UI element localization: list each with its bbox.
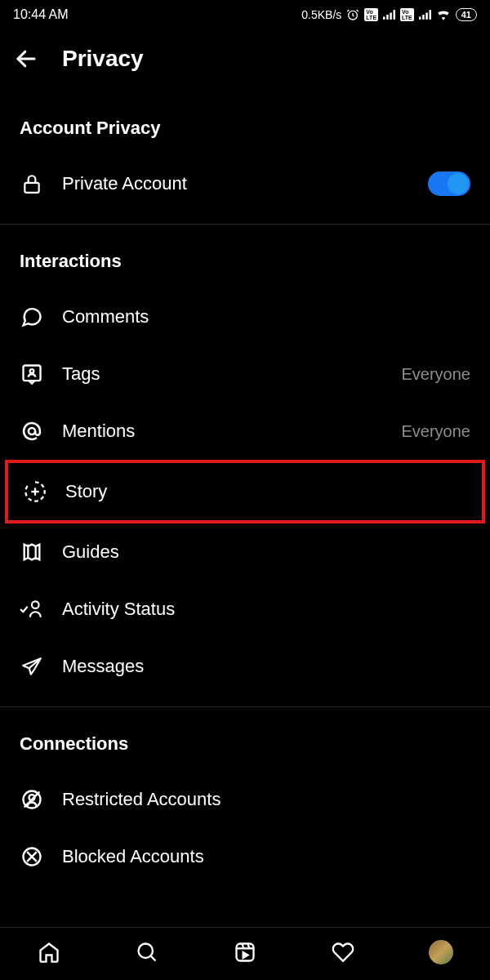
nav-search[interactable] xyxy=(134,939,160,965)
row-activity-status[interactable]: Activity Status xyxy=(20,581,470,638)
row-comments[interactable]: Comments xyxy=(20,288,470,345)
svg-rect-6 xyxy=(422,15,425,20)
status-time: 10:44 AM xyxy=(13,7,69,22)
story-label: Story xyxy=(65,481,467,502)
row-messages[interactable]: Messages xyxy=(20,638,470,695)
tag-icon xyxy=(20,362,44,386)
nav-reels[interactable] xyxy=(232,939,258,965)
back-button[interactable] xyxy=(13,46,39,72)
nav-home[interactable] xyxy=(36,939,62,965)
row-restricted[interactable]: Restricted Accounts xyxy=(20,771,470,828)
svg-rect-10 xyxy=(24,183,38,193)
blocked-icon xyxy=(20,844,44,869)
restricted-label: Restricted Accounts xyxy=(62,789,470,810)
mentions-label: Mentions xyxy=(62,421,384,442)
section-account-privacy: Account Privacy Private Account xyxy=(0,91,490,212)
page-header: Privacy xyxy=(0,29,490,91)
bottom-nav xyxy=(0,927,490,980)
reels-icon xyxy=(234,941,256,964)
lte-badge-2: VoLTE xyxy=(400,8,414,21)
comments-label: Comments xyxy=(62,306,470,327)
alarm-icon xyxy=(346,8,359,21)
section-title-interactions: Interactions xyxy=(20,225,470,288)
activity-status-label: Activity Status xyxy=(62,599,470,620)
row-guides[interactable]: Guides xyxy=(20,523,470,581)
svg-rect-27 xyxy=(237,944,254,961)
row-blocked[interactable]: Blocked Accounts xyxy=(20,828,470,874)
profile-avatar xyxy=(429,940,453,964)
mentions-value: Everyone xyxy=(402,422,471,441)
signal-icon-2 xyxy=(419,9,431,20)
svg-point-18 xyxy=(32,601,39,608)
row-tags[interactable]: Tags Everyone xyxy=(20,345,470,403)
home-icon xyxy=(38,941,60,964)
page-title: Privacy xyxy=(62,46,144,72)
search-icon xyxy=(136,941,158,964)
at-icon xyxy=(20,419,44,443)
lock-icon xyxy=(20,172,44,196)
arrow-left-icon xyxy=(14,47,38,71)
guides-icon xyxy=(20,540,44,564)
lte-badge-1: VoLTE xyxy=(364,8,378,21)
section-interactions: Interactions Comments Tags Everyone Ment… xyxy=(0,225,490,695)
tags-value: Everyone xyxy=(402,365,471,384)
svg-rect-4 xyxy=(394,10,396,20)
nav-activity[interactable] xyxy=(330,939,356,965)
wifi-icon xyxy=(436,9,451,20)
signal-icon-1 xyxy=(383,9,395,20)
svg-rect-8 xyxy=(429,10,431,20)
svg-line-26 xyxy=(151,956,156,961)
status-right: 0.5KB/s VoLTE VoLTE 41 xyxy=(301,8,477,21)
row-story[interactable]: Story xyxy=(5,460,485,523)
private-account-label: Private Account xyxy=(62,173,410,194)
section-title-account-privacy: Account Privacy xyxy=(20,91,470,155)
svg-rect-3 xyxy=(390,13,392,20)
section-connections: Connections Restricted Accounts Blocked … xyxy=(0,707,490,874)
svg-rect-1 xyxy=(383,17,385,20)
svg-rect-5 xyxy=(419,17,421,20)
nav-profile[interactable] xyxy=(428,939,454,965)
svg-rect-2 xyxy=(386,15,389,20)
section-title-connections: Connections xyxy=(20,707,470,771)
heart-icon xyxy=(331,941,355,964)
svg-point-25 xyxy=(139,944,154,959)
messages-icon xyxy=(20,654,44,679)
row-private-account[interactable]: Private Account xyxy=(20,155,470,212)
data-rate: 0.5KB/s xyxy=(301,8,341,21)
private-account-toggle[interactable] xyxy=(428,172,470,196)
restricted-icon xyxy=(20,787,44,812)
blocked-label: Blocked Accounts xyxy=(62,846,470,867)
comment-icon xyxy=(20,305,44,329)
svg-rect-7 xyxy=(425,13,428,20)
svg-point-12 xyxy=(30,369,34,373)
tags-label: Tags xyxy=(62,363,384,385)
guides-label: Guides xyxy=(62,541,470,563)
row-mentions[interactable]: Mentions Everyone xyxy=(20,403,470,460)
story-plus-icon xyxy=(23,479,47,504)
battery-indicator: 41 xyxy=(456,8,477,21)
messages-label: Messages xyxy=(62,656,470,677)
status-bar: 10:44 AM 0.5KB/s VoLTE VoLTE 41 xyxy=(0,0,490,29)
activity-status-icon xyxy=(20,597,44,621)
